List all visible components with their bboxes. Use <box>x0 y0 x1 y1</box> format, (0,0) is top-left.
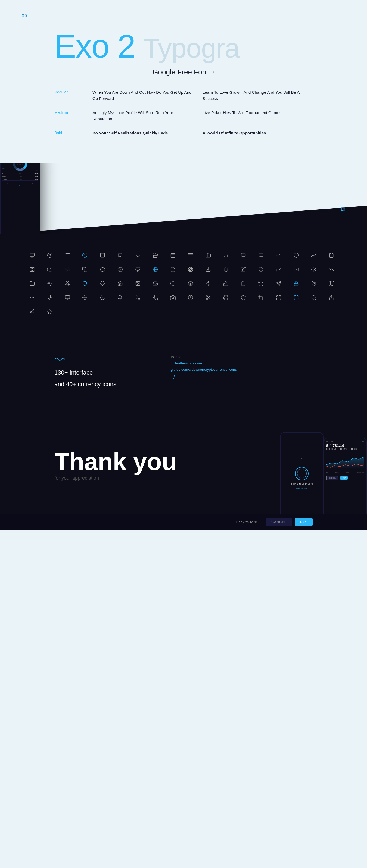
chart-price: $ 4,781.19 <box>326 443 364 448</box>
moon-icon <box>97 293 107 303</box>
chart-buttons[interactable]: CANCEL PAY <box>326 476 364 480</box>
food-label: Food <box>2 173 5 174</box>
link-circle-1 <box>171 362 173 365</box>
refresh-icon <box>97 265 107 274</box>
icons-grid <box>27 250 340 317</box>
briefcase-icon <box>203 250 213 260</box>
section-09: 09 Exo 2 Typogra Google Free Font / Regu… <box>0 0 367 163</box>
svg-rect-6 <box>30 253 34 256</box>
svg-text:Last $260.80: Last $260.80 <box>18 164 23 165</box>
chart-title-row: BITCOIN +2.35% <box>326 441 364 442</box>
nav-explore[interactable]: ◎Explore <box>18 183 22 186</box>
thankyou-title: Thank you <box>54 450 177 474</box>
transition-section: ≡ BIT APP ○ JANUARY FEBRUARY 17 MARCH <box>0 163 367 234</box>
pay-button[interactable]: PAY <box>340 476 348 480</box>
more-icon <box>27 293 37 303</box>
svg-rect-16 <box>171 253 175 257</box>
chart-label-4: WATCHER <box>356 472 364 474</box>
nav-balance[interactable]: ⬢Balance <box>30 183 34 186</box>
clock-icon <box>186 293 195 303</box>
chart-sub-row: $4,855.19 $80.78 $1468 <box>326 448 364 450</box>
svg-line-11 <box>83 254 86 257</box>
settings-icon <box>62 265 72 274</box>
svg-line-76 <box>136 296 139 299</box>
share-icon <box>327 293 336 303</box>
svg-rect-29 <box>33 267 34 269</box>
mini-chart-svg <box>326 453 364 469</box>
expense-food: Food 42% $2,561 <box>2 173 38 175</box>
svg-rect-28 <box>30 267 32 269</box>
svg-point-51 <box>66 281 68 283</box>
map-pin-icon <box>309 279 319 288</box>
svg-rect-86 <box>225 298 227 300</box>
folder-icon <box>27 279 37 288</box>
refresh2-icon <box>256 279 266 288</box>
bitcoin-label: BITCOIN <box>326 441 333 442</box>
square-icon <box>97 250 107 260</box>
fingerprint-screen: ≡ Touch ID to Open BIt Kit Love This sli… <box>281 433 323 514</box>
home-icon <box>115 279 125 288</box>
monitor-icon <box>27 250 37 260</box>
feather-link[interactable]: feathericons.com <box>175 361 202 365</box>
move-icon <box>80 293 90 303</box>
camera-icon <box>168 293 178 303</box>
svg-point-92 <box>33 313 34 314</box>
eye-icon <box>309 265 319 274</box>
info-left: 130+ Interface and 40+ currency icons <box>54 355 116 389</box>
expense-clothes: Clothes 18% $928 <box>2 175 38 178</box>
svg-line-42 <box>190 267 191 269</box>
info-section: 130+ Interface and 40+ currency icons Ba… <box>0 338 367 405</box>
svg-rect-31 <box>30 270 32 271</box>
section-number-09: 09 <box>22 13 52 19</box>
thankyou-text-block: Thank you for your appreciation <box>54 450 177 481</box>
svg-point-79 <box>172 297 174 299</box>
percent-icon <box>133 293 143 303</box>
google-free-font: Google Free Font <box>152 68 208 76</box>
delete-icon <box>62 250 72 260</box>
image-icon <box>133 279 143 288</box>
sample-regular-col2: Learn To Love Growth And Change And You … <box>202 89 313 101</box>
edit-icon <box>238 265 248 274</box>
transport-label: Transport <box>2 179 7 180</box>
action-cancel-button[interactable]: CANCEL <box>266 518 292 526</box>
layers-icon <box>186 279 195 288</box>
fingerprint-icon <box>295 467 309 480</box>
cloud-icon <box>45 265 55 274</box>
check-icon <box>274 250 284 260</box>
svg-point-91 <box>30 311 31 312</box>
icon-count-1: 130+ Interface <box>54 368 116 377</box>
cancel-button[interactable]: CANCEL <box>326 476 338 480</box>
page-wrapper: 09 Exo 2 Typogra Google Free Font / Regu… <box>0 0 367 530</box>
chart-labels: 10 TON BTC WATCHER <box>326 472 364 474</box>
clothes-amt: $928 <box>35 176 38 177</box>
sample-bold-col1: Do Your Self Realizations Quickly Fade <box>92 130 202 136</box>
wave-icon <box>54 355 116 364</box>
x-circle-icon <box>115 265 125 274</box>
chart-label-3: BTC <box>346 472 349 474</box>
corner-right-icon <box>274 265 284 274</box>
svg-rect-27 <box>331 253 333 254</box>
svg-point-77 <box>136 296 137 297</box>
github-link[interactable]: github.com/cjdowner/cryptocurrency-icons <box>171 368 237 372</box>
sample-regular-col1: When You Are Down And Out How Do You Get… <box>92 89 202 101</box>
download-icon <box>203 265 213 274</box>
bookmark-icon <box>115 250 125 260</box>
action-pay-button[interactable]: PAY <box>295 518 313 526</box>
svg-rect-33 <box>84 269 87 272</box>
svg-point-66 <box>32 298 32 298</box>
heart-icon <box>97 279 107 288</box>
chart-screen: BITCOIN +2.35% $ 4,781.19 $4,855.19 $80.… <box>324 438 366 514</box>
svg-rect-12 <box>101 253 105 257</box>
slash-deco: / <box>213 69 215 75</box>
svg-line-94 <box>31 310 33 311</box>
droplet-icon <box>221 265 231 274</box>
transport-amt: $256 <box>35 179 38 180</box>
type-samples: Regular When You Are Down And Out How Do… <box>0 79 367 147</box>
circle-icon <box>291 250 301 260</box>
send-icon <box>274 279 284 288</box>
tag-icon <box>256 265 266 274</box>
back-button[interactable]: Back to form <box>231 518 263 526</box>
crop-icon <box>256 293 266 303</box>
nav-income[interactable]: ⬡Income <box>6 183 9 186</box>
transport-pct: 26% <box>20 179 22 180</box>
